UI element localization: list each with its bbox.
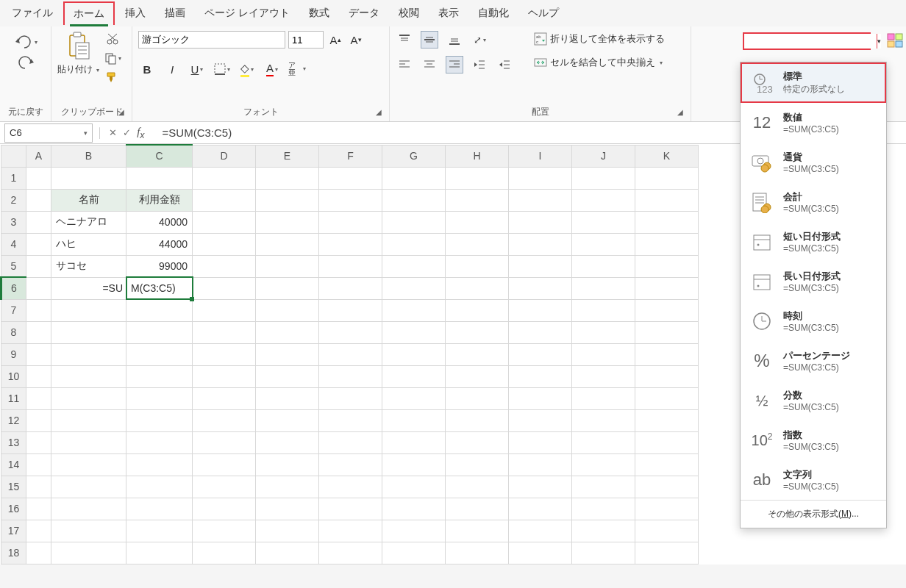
cell[interactable]	[446, 189, 509, 211]
cell[interactable]	[382, 211, 446, 233]
cell[interactable]	[193, 321, 256, 343]
cell[interactable]	[446, 476, 509, 498]
cell[interactable]	[319, 498, 382, 520]
cell[interactable]	[382, 476, 446, 498]
cell[interactable]	[51, 167, 126, 189]
cell[interactable]	[126, 498, 193, 520]
format-painter-button[interactable]	[104, 71, 121, 84]
cell[interactable]	[572, 476, 635, 498]
cell[interactable]	[509, 498, 572, 520]
row-header[interactable]: 3	[1, 211, 26, 233]
increase-indent-button[interactable]	[496, 56, 513, 74]
cell[interactable]	[382, 343, 446, 365]
cell[interactable]	[509, 365, 572, 387]
row-header[interactable]: 18	[1, 542, 26, 564]
cell[interactable]	[319, 277, 382, 299]
cell[interactable]	[319, 453, 382, 476]
menu-item-4[interactable]: ページ レイアウト	[196, 2, 299, 24]
cell[interactable]	[572, 409, 635, 431]
cell[interactable]	[193, 365, 256, 387]
cell[interactable]	[446, 299, 509, 321]
column-header[interactable]: C	[126, 145, 193, 167]
cell[interactable]	[26, 542, 51, 564]
cell[interactable]	[126, 387, 193, 409]
cell[interactable]	[126, 365, 193, 387]
menu-item-1[interactable]: ホーム	[63, 1, 115, 25]
cell[interactable]	[635, 476, 699, 498]
cell[interactable]	[635, 387, 699, 409]
cell[interactable]	[256, 321, 319, 343]
align-top-button[interactable]	[396, 31, 413, 49]
cell[interactable]	[635, 453, 699, 476]
number-format-input[interactable]	[744, 34, 877, 49]
cell[interactable]	[509, 321, 572, 343]
cell[interactable]	[509, 233, 572, 255]
cell[interactable]	[572, 277, 635, 299]
cell[interactable]	[51, 453, 126, 476]
cell[interactable]	[382, 189, 446, 211]
cell[interactable]: 44000	[126, 233, 193, 255]
increase-font-button[interactable]: A▴	[327, 31, 344, 49]
cell[interactable]	[572, 255, 635, 277]
cut-button[interactable]	[104, 32, 121, 46]
cell[interactable]	[446, 542, 509, 564]
menu-item-0[interactable]: ファイル	[3, 2, 62, 24]
row-header[interactable]: 10	[1, 365, 26, 387]
cell[interactable]	[509, 542, 572, 564]
cell[interactable]	[51, 409, 126, 431]
cell[interactable]	[126, 343, 193, 365]
cell[interactable]	[509, 211, 572, 233]
cell[interactable]	[256, 520, 319, 542]
cell[interactable]	[382, 542, 446, 564]
cell[interactable]	[382, 387, 446, 409]
cell[interactable]	[26, 299, 51, 321]
cell-styles-button[interactable]	[885, 32, 905, 49]
cell[interactable]: ハヒ	[51, 233, 126, 255]
cell[interactable]	[126, 431, 193, 453]
cell[interactable]	[26, 167, 51, 189]
cell[interactable]	[572, 343, 635, 365]
cell[interactable]	[51, 520, 126, 542]
cell[interactable]	[126, 299, 193, 321]
number-format-option[interactable]: ½分数=SUM(C3:C5)	[741, 381, 886, 420]
number-format-option[interactable]: ab文字列=SUM(C3:C5)	[741, 460, 886, 500]
number-format-option[interactable]: 短い日付形式=SUM(C3:C5)	[741, 222, 886, 262]
cell[interactable]	[26, 255, 51, 277]
menu-item-7[interactable]: 校閲	[390, 2, 428, 24]
cell[interactable]	[193, 498, 256, 520]
cell[interactable]	[193, 453, 256, 476]
row-header[interactable]: 6	[1, 277, 26, 299]
column-header[interactable]: F	[319, 145, 382, 167]
cell[interactable]	[572, 431, 635, 453]
cell[interactable]: サコセ	[51, 255, 126, 277]
cell[interactable]	[256, 277, 319, 299]
align-center-button[interactable]	[421, 56, 438, 74]
cell[interactable]	[635, 498, 699, 520]
cell[interactable]	[319, 233, 382, 255]
cell[interactable]	[635, 542, 699, 564]
dialog-launcher-icon[interactable]: ◢	[118, 108, 129, 118]
fill-color-button[interactable]: ◇▾	[238, 60, 256, 78]
cell[interactable]	[319, 520, 382, 542]
cell[interactable]	[126, 167, 193, 189]
row-header[interactable]: 13	[1, 431, 26, 453]
cell[interactable]	[382, 453, 446, 476]
row-header[interactable]: 2	[1, 189, 26, 211]
cell[interactable]	[572, 233, 635, 255]
cell[interactable]	[193, 431, 256, 453]
cell[interactable]	[509, 299, 572, 321]
cell[interactable]	[193, 189, 256, 211]
column-header[interactable]: B	[51, 145, 126, 167]
decrease-font-button[interactable]: A▾	[347, 31, 365, 49]
cell[interactable]: 99000	[126, 255, 193, 277]
cell[interactable]	[635, 189, 699, 211]
cell[interactable]	[51, 476, 126, 498]
number-format-option[interactable]: 12数値=SUM(C3:C5)	[741, 103, 886, 143]
cell[interactable]	[26, 189, 51, 211]
more-number-formats[interactable]: その他の表示形式(M)...	[741, 500, 886, 528]
cell[interactable]	[446, 409, 509, 431]
row-header[interactable]: 1	[1, 167, 26, 189]
cell[interactable]	[509, 167, 572, 189]
row-header[interactable]: 5	[1, 255, 26, 277]
font-color-button[interactable]: A▾	[263, 60, 281, 78]
